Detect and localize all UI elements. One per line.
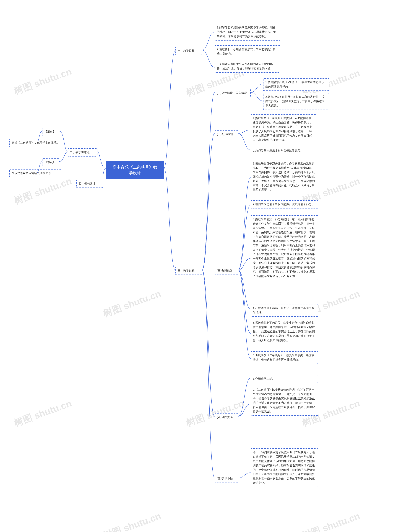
connectors — [0, 0, 401, 532]
